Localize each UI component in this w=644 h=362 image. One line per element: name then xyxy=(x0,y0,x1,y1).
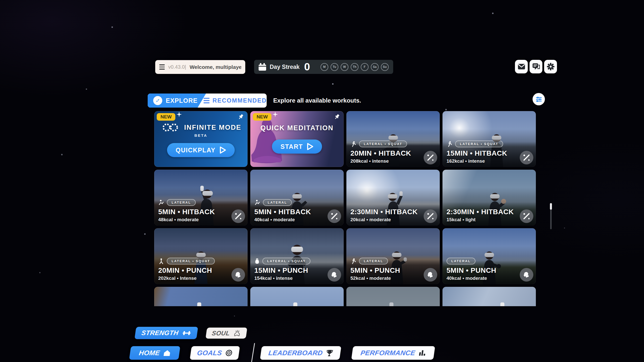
calendar-icon xyxy=(259,63,266,71)
tab-strength[interactable]: STRENGTH xyxy=(135,327,198,339)
activity-icon xyxy=(350,258,356,264)
star-dot xyxy=(332,83,334,85)
boxing-glove-icon xyxy=(520,268,533,282)
workout-title: 2:30MIN • HITBACK xyxy=(350,208,422,216)
filter-sliders-icon xyxy=(536,96,542,103)
crossed-bats-icon xyxy=(231,209,245,223)
mail-button[interactable] xyxy=(515,60,528,73)
tab-leaderboard[interactable]: LEADERBOARD xyxy=(260,346,341,360)
tabs-description: Explore all available workouts. xyxy=(273,97,361,104)
day-streak-widget[interactable]: Day Streak 0 M Tu W Th F Sa Su xyxy=(254,60,393,74)
strength-label: STRENGTH xyxy=(141,329,179,337)
view-tabs: EXPLORE RECOMMENDED xyxy=(148,94,267,108)
workout-grid: NEW INFINITE MODE BETA QUICKPLAY xyxy=(154,111,536,306)
workout-card-15min-hitback[interactable]: LATERAL • SQUAT 15MIN • HITBACK 162kcal … xyxy=(442,111,536,167)
infinite-mode-card[interactable]: NEW INFINITE MODE BETA QUICKPLAY xyxy=(154,111,248,167)
workout-title: 5MIN • PUNCH xyxy=(447,266,518,275)
workout-meta: 52kcal • moderate xyxy=(350,276,422,281)
workout-card-partial[interactable] xyxy=(250,287,344,306)
trophy-icon xyxy=(326,349,333,356)
workout-card-partial[interactable] xyxy=(346,287,440,306)
settings-button[interactable] xyxy=(544,60,557,73)
quickplay-button[interactable]: QUICKPLAY xyxy=(167,143,234,157)
scrollbar-thumb[interactable] xyxy=(550,203,552,210)
crossed-bats-icon xyxy=(520,151,533,164)
tab-performance[interactable]: PERFORMANCE xyxy=(351,346,435,360)
pin-icon[interactable] xyxy=(237,114,244,120)
tab-goals[interactable]: GOALS xyxy=(190,346,240,360)
activity-icon xyxy=(158,258,164,264)
new-badge: NEW xyxy=(253,113,271,121)
workout-card-5min-hitback-40[interactable]: LATERAL 5MIN • HITBACK 40kcal • moderate xyxy=(250,170,344,225)
workout-meta: 208kcal • intense xyxy=(350,158,422,164)
workout-card-5min-punch-40[interactable]: LATERAL 5MIN • PUNCH 40kcal • moderate xyxy=(442,228,536,284)
start-button[interactable]: START xyxy=(272,140,322,154)
activity-icon xyxy=(447,141,453,147)
workout-card-5min-hitback-48[interactable]: LATERAL 5MIN • HITBACK 48kcal • moderate xyxy=(154,170,248,225)
workout-title: 20MIN • PUNCH xyxy=(158,266,230,275)
home-icon xyxy=(163,350,171,356)
settings-gear-icon xyxy=(547,63,555,71)
tab-explore[interactable]: EXPLORE xyxy=(148,96,200,105)
compass-icon xyxy=(153,96,162,105)
workout-card-20min-punch[interactable]: LATERAL • SQUAT 20MIN • PUNCH 202kcal • … xyxy=(154,228,248,284)
workout-meta: 48kcal • moderate xyxy=(158,217,230,222)
mail-icon xyxy=(518,64,525,70)
feedback-button[interactable] xyxy=(530,60,542,73)
workout-tag: LATERAL • SQUAT xyxy=(455,141,503,147)
vr-headset-tip xyxy=(293,302,297,306)
workout-tag: LATERAL xyxy=(447,258,475,264)
quick-meditation-card[interactable]: NEW QUICK MEDITATION START xyxy=(250,111,344,167)
workout-card-230min-hitback-15[interactable]: 2:30MIN • HITBACK 15kcal • light xyxy=(442,170,536,225)
workout-tag: LATERAL • SQUAT xyxy=(359,141,407,147)
quickplay-label: QUICKPLAY xyxy=(176,147,215,154)
sparkle-icon xyxy=(272,112,278,117)
activity-icon xyxy=(254,258,260,264)
vr-headset-tip xyxy=(500,302,504,306)
workout-card-20min-hitback[interactable]: LATERAL • SQUAT 20MIN • HITBACK 208kcal … xyxy=(346,111,440,167)
weekday-circle: Th xyxy=(351,63,358,71)
workout-card-partial[interactable] xyxy=(442,287,536,306)
welcome-bar[interactable]: v0.43.0| Welcome, multiplayer_... xyxy=(155,60,245,74)
workout-meta: 40kcal • moderate xyxy=(254,217,326,222)
activity-icon xyxy=(350,141,356,147)
tab-soul[interactable]: SOUL xyxy=(206,328,247,339)
start-label: START xyxy=(280,143,303,150)
star-dot xyxy=(492,13,494,14)
pin-icon[interactable] xyxy=(334,114,340,120)
tab-home[interactable]: HOME xyxy=(129,346,180,360)
beta-label: BETA xyxy=(194,133,208,138)
home-label: HOME xyxy=(138,349,160,357)
goals-label: GOALS xyxy=(197,349,223,357)
nav-divider xyxy=(251,343,255,362)
workout-card-230min-hitback-20[interactable]: 2:30MIN • HITBACK 20kcal • moderate xyxy=(346,170,440,225)
grid-scrollbar[interactable] xyxy=(550,203,552,229)
star-dot xyxy=(39,272,41,273)
feedback-icon xyxy=(532,63,540,70)
star-dot xyxy=(445,109,447,110)
workout-meta: 202kcal • Intense xyxy=(158,276,230,281)
weekday-circle: Sa xyxy=(371,63,379,71)
filter-button[interactable] xyxy=(533,93,545,105)
weekday-circle: Su xyxy=(381,63,389,71)
workout-title: 5MIN • HITBACK xyxy=(158,208,230,216)
workout-title: 15MIN • PUNCH xyxy=(254,266,326,275)
quick-meditation-title: QUICK MEDITATION xyxy=(260,124,333,132)
workout-tag: LATERAL xyxy=(359,258,388,264)
workout-card-15min-punch[interactable]: LATERAL • SQUAT 15MIN • PUNCH 154kcal • … xyxy=(250,228,344,284)
menu-icon[interactable] xyxy=(159,64,165,70)
workout-tag: LATERAL xyxy=(263,199,292,206)
crossed-bats-icon xyxy=(424,209,437,223)
day-streak-count: 0 xyxy=(304,62,310,72)
workout-title: 5MIN • PUNCH xyxy=(350,266,422,275)
star-dot xyxy=(61,154,63,155)
tab-recommended[interactable]: RECOMMENDED xyxy=(200,97,267,104)
star-dot xyxy=(86,88,87,90)
activity-icon xyxy=(158,200,164,206)
workout-card-partial[interactable] xyxy=(154,287,248,306)
star-dot xyxy=(144,233,146,235)
workout-card-5min-punch-52[interactable]: LATERAL 5MIN • PUNCH 52kcal • moderate xyxy=(346,228,440,284)
workout-meta: 15kcal • light xyxy=(447,217,518,222)
crossed-bats-icon xyxy=(328,209,341,223)
list-icon xyxy=(204,98,210,103)
